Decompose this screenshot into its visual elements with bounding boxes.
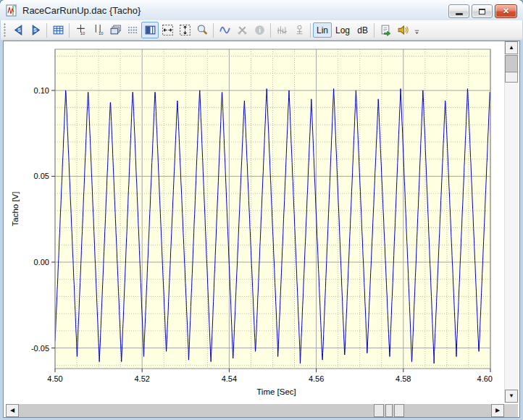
toolbar-separator bbox=[374, 23, 375, 38]
export-icon bbox=[380, 24, 392, 36]
datapad-table-button[interactable] bbox=[49, 22, 67, 38]
y-tick-label: 0.05 bbox=[34, 172, 49, 180]
play-right-icon bbox=[30, 24, 42, 36]
scissors-icon bbox=[236, 24, 248, 36]
chart[interactable]: 4.504.524.544.564.584.600.100.050.00-0.0… bbox=[4, 41, 505, 405]
window-title-bar[interactable]: RaceCarRunUp.dac {Tacho} ✕ bbox=[0, 0, 523, 20]
vertical-scroll-thumb[interactable] bbox=[505, 55, 518, 72]
x-tick-label: 4.52 bbox=[134, 374, 149, 383]
scrollbar-corner bbox=[504, 404, 518, 417]
app-icon bbox=[6, 4, 18, 17]
close-button[interactable]: ✕ bbox=[495, 4, 517, 18]
restore-icon bbox=[479, 9, 485, 14]
speaker-icon bbox=[397, 24, 409, 36]
info-button[interactable] bbox=[251, 22, 268, 38]
comb-icon bbox=[276, 24, 288, 36]
plot-client-area: 4.504.524.544.564.584.600.100.050.00-0.0… bbox=[3, 41, 520, 418]
dual-cursor-button[interactable] bbox=[89, 22, 106, 38]
x-tick-label: 4.54 bbox=[222, 374, 237, 383]
next-screen-button[interactable] bbox=[27, 22, 44, 38]
info-icon bbox=[254, 24, 266, 36]
db-scale-button[interactable]: dB bbox=[353, 22, 372, 38]
table-icon bbox=[52, 24, 64, 36]
audio-playback-button[interactable] bbox=[394, 22, 411, 38]
horizontal-scroll-thumb[interactable] bbox=[385, 404, 393, 417]
restore-button[interactable] bbox=[472, 4, 493, 18]
y-axis-title: Tacho [V] bbox=[11, 192, 20, 227]
y-tick-labels: 0.100.050.00-0.05 bbox=[31, 86, 49, 353]
arrows-h-icon bbox=[162, 24, 174, 36]
panel-icon bbox=[144, 24, 156, 36]
wave-icon bbox=[219, 24, 231, 36]
window-title: RaceCarRunUp.dac {Tacho} bbox=[22, 5, 141, 16]
export-button[interactable] bbox=[377, 22, 394, 38]
toolbar-overflow-button[interactable] bbox=[413, 22, 421, 38]
dotted-lines-icon bbox=[127, 24, 139, 36]
cursor-dual-icon bbox=[92, 24, 104, 36]
horizontal-scroll-right-handle[interactable] bbox=[394, 404, 404, 417]
play-left-icon bbox=[12, 24, 25, 36]
magnifier-icon bbox=[196, 24, 209, 36]
single-cursor-button[interactable] bbox=[72, 22, 89, 38]
horizontal-scroll-left-handle[interactable] bbox=[374, 404, 384, 417]
y-tick-label: 0.10 bbox=[34, 86, 49, 95]
overlay-plots-button[interactable] bbox=[106, 22, 124, 38]
grid-toggle-button[interactable] bbox=[124, 22, 141, 38]
scroll-down-button[interactable]: ▼ bbox=[505, 390, 518, 403]
minimize-button[interactable] bbox=[448, 4, 469, 18]
cut-button[interactable] bbox=[233, 22, 251, 38]
toolbar-separator bbox=[69, 23, 70, 38]
x-tick-labels: 4.504.524.544.564.584.60 bbox=[47, 374, 493, 383]
app-window: RaceCarRunUp.dac {Tacho} ✕ LinLogdB 4.50… bbox=[0, 0, 523, 420]
display-panel-button[interactable] bbox=[141, 22, 159, 38]
chevron-down-icon bbox=[414, 29, 420, 35]
probe-icon bbox=[293, 24, 306, 36]
autoscale-x-button[interactable] bbox=[159, 22, 176, 38]
log-scale-button[interactable]: Log bbox=[332, 22, 353, 38]
horizontal-scrollbar[interactable]: ◀ ▶ bbox=[6, 404, 504, 417]
scroll-right-button[interactable]: ▶ bbox=[491, 404, 504, 417]
lin-scale-button[interactable]: Lin bbox=[313, 22, 332, 38]
filter-button[interactable] bbox=[273, 22, 290, 38]
main-toolbar: LinLogdB bbox=[1, 20, 522, 41]
x-tick-label: 4.60 bbox=[477, 374, 493, 383]
toolbar-separator bbox=[213, 23, 214, 38]
y-tick-label: -0.05 bbox=[31, 344, 49, 353]
x-axis-title: Time [Sec] bbox=[256, 387, 296, 396]
x-tick-label: 4.50 bbox=[47, 374, 62, 383]
vertical-scroll-handle[interactable] bbox=[505, 72, 518, 83]
edit-signal-button[interactable] bbox=[216, 22, 233, 38]
close-icon: ✕ bbox=[503, 7, 509, 15]
toolbar-separator bbox=[46, 23, 47, 38]
scroll-left-button[interactable]: ◀ bbox=[6, 404, 19, 417]
minimize-icon bbox=[456, 13, 463, 15]
toolbar-separator bbox=[310, 23, 311, 38]
probe-button[interactable] bbox=[290, 22, 308, 38]
toolbar-separator bbox=[270, 23, 271, 38]
toolbar-grip[interactable] bbox=[4, 23, 7, 38]
prev-screen-button[interactable] bbox=[9, 22, 27, 38]
cursor-single-icon bbox=[75, 24, 87, 36]
scroll-up-button[interactable]: ▲ bbox=[505, 41, 518, 54]
zoom-button[interactable] bbox=[193, 22, 211, 38]
y-tick-label: 0.00 bbox=[34, 258, 49, 266]
layers-icon bbox=[109, 24, 122, 36]
window-controls: ✕ bbox=[448, 4, 517, 18]
x-tick-label: 4.56 bbox=[309, 374, 324, 383]
autoscale-y-button[interactable] bbox=[176, 22, 193, 38]
vertical-scrollbar[interactable]: ▲ ▼ bbox=[504, 41, 519, 403]
x-tick-label: 4.58 bbox=[396, 374, 411, 383]
arrows-v-icon bbox=[179, 24, 191, 36]
